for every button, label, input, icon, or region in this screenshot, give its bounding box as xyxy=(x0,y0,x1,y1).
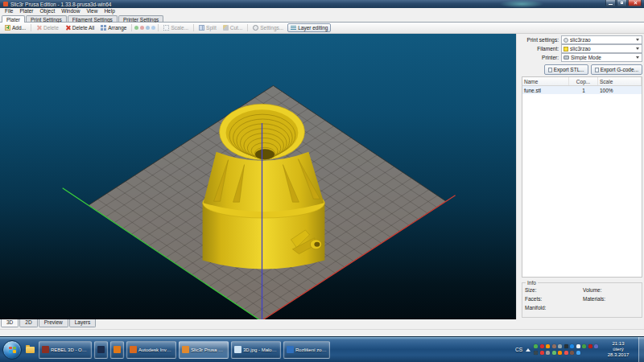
materials-label: Materials: xyxy=(583,296,639,302)
tab-printer-settings[interactable]: Printer Settings xyxy=(118,15,163,22)
arrange-label: Arrange xyxy=(108,25,126,31)
system-tray: CS 21:13 úterý 28.3.2017 xyxy=(515,337,644,362)
table-row[interactable]: fune.stl 1 100% xyxy=(522,86,642,94)
mirror-icon[interactable] xyxy=(151,26,155,30)
tray-icon[interactable] xyxy=(564,351,568,355)
language-indicator[interactable]: CS xyxy=(515,347,522,352)
chevron-down-icon xyxy=(636,47,639,50)
taskbar-button-rebel[interactable]: REBEL 3D - Odeslat o... xyxy=(39,341,92,359)
filament-color-swatch xyxy=(564,47,568,51)
tray-icon[interactable] xyxy=(564,344,568,348)
tray-icon[interactable] xyxy=(558,351,562,355)
settings-button[interactable]: Settings... xyxy=(250,24,286,31)
close-icon[interactable] xyxy=(628,0,642,6)
print-settings-combo[interactable]: slic3rzao xyxy=(561,35,642,44)
tab-3d[interactable]: 3D xyxy=(1,319,19,327)
delete-all-icon xyxy=(65,25,71,31)
tab-2d[interactable]: 2D xyxy=(19,319,37,327)
title-bar[interactable]: Slic3r Prusa Edition - 1.33.8-prusa3d-wi… xyxy=(0,0,644,8)
menu-plater[interactable]: Plater xyxy=(16,8,36,14)
start-button[interactable] xyxy=(2,340,22,360)
maximize-icon[interactable] xyxy=(617,0,627,6)
delete-button[interactable]: Delete xyxy=(34,24,61,31)
taskbar-button-inventor[interactable]: Autodesk Inventor Pr... xyxy=(126,341,176,359)
rotate-ccw-icon[interactable] xyxy=(134,26,138,30)
cut-button[interactable]: Cut... xyxy=(221,24,246,31)
taskbar-button-orange-app[interactable] xyxy=(110,341,124,359)
column-name[interactable]: Name xyxy=(522,77,569,85)
print-settings-label: Print settings: xyxy=(522,37,561,43)
export-stl-button[interactable]: Export STL... xyxy=(544,64,588,75)
windows-taskbar: REBEL 3D - Odeslat o... Autodesk Invento… xyxy=(0,336,644,362)
tray-icon[interactable] xyxy=(594,344,598,348)
printer-combo[interactable]: Simple Mode xyxy=(561,53,642,62)
scale-button[interactable]: Scale... xyxy=(161,24,191,31)
taskbar-clock[interactable]: 21:13 úterý 28.3.2017 xyxy=(601,341,635,358)
tab-preview[interactable]: Preview xyxy=(39,319,68,327)
explorer-folder-icon[interactable] xyxy=(26,347,35,353)
taskbar-label: Slic3r Prusa Edition - ... xyxy=(191,348,225,352)
menu-help[interactable]: Help xyxy=(101,8,118,14)
menu-object[interactable]: Object xyxy=(36,8,58,14)
scale-icon xyxy=(163,25,169,31)
tray-icon[interactable] xyxy=(570,344,574,348)
taskbar-button-slic3r[interactable]: Slic3r Prusa Edition - ... xyxy=(179,341,229,359)
show-hidden-icons-icon[interactable] xyxy=(526,348,530,352)
model-center-hole xyxy=(255,149,275,159)
split-button[interactable]: Split xyxy=(196,24,219,31)
taskbar-button-display-settings[interactable]: Rozlišení zobrazení xyxy=(283,341,330,359)
delete-all-button[interactable]: Delete All xyxy=(63,24,97,31)
tray-icon[interactable] xyxy=(582,344,586,348)
slic3r-icon xyxy=(182,346,189,353)
info-group-title: Info xyxy=(526,280,538,286)
filament-value: slic3rzao xyxy=(570,46,634,51)
show-desktop-button[interactable] xyxy=(638,337,644,362)
tab-print-settings[interactable]: Print Settings xyxy=(26,15,67,22)
viewport-canvas[interactable] xyxy=(0,34,516,319)
tray-icon[interactable] xyxy=(552,344,556,348)
column-copies[interactable]: Cop... xyxy=(569,77,598,85)
cut-icon xyxy=(223,25,229,31)
minimize-icon[interactable] xyxy=(605,0,616,6)
filament-combo[interactable]: slic3rzao xyxy=(561,44,642,53)
menu-bar: File Plater Object Window View Help xyxy=(0,8,644,14)
menu-view[interactable]: View xyxy=(83,8,101,14)
tray-icon[interactable] xyxy=(588,344,592,348)
rotate-icon[interactable] xyxy=(146,26,150,30)
tab-layers[interactable]: Layers xyxy=(69,319,97,327)
tray-icon[interactable] xyxy=(546,351,550,355)
split-label: Split xyxy=(206,25,217,31)
tray-icon[interactable] xyxy=(576,344,580,348)
menu-file[interactable]: File xyxy=(2,8,16,14)
taskbar-label: Autodesk Inventor Pr... xyxy=(138,348,173,352)
tray-icon[interactable] xyxy=(540,351,544,355)
taskbar-button-m-app[interactable] xyxy=(94,341,108,359)
chevron-down-icon xyxy=(636,56,639,59)
tray-icon[interactable] xyxy=(552,351,556,355)
printer-label: Printer: xyxy=(522,55,561,60)
tab-plater[interactable]: Plater xyxy=(2,15,25,23)
column-scale[interactable]: Scale xyxy=(598,77,642,85)
taskbar-button-paint[interactable]: 3D.jpg - Malování xyxy=(231,341,281,359)
tray-icon[interactable] xyxy=(576,351,580,355)
tray-icon[interactable] xyxy=(558,344,562,348)
tray-icon[interactable] xyxy=(534,344,538,348)
rebel-app-icon xyxy=(42,346,49,353)
tray-icon[interactable] xyxy=(570,351,574,355)
export-gcode-button[interactable]: Export G-code... xyxy=(591,64,642,75)
add-button[interactable]: Add... xyxy=(2,24,28,31)
menu-window[interactable]: Window xyxy=(58,8,83,14)
rotate-cw-icon[interactable] xyxy=(140,26,144,30)
tray-icon[interactable] xyxy=(534,351,538,355)
app-icon xyxy=(3,2,8,6)
tray-icon[interactable] xyxy=(540,344,544,348)
tab-filament-settings[interactable]: Filament Settings xyxy=(68,15,118,22)
add-label: Add... xyxy=(12,25,26,31)
arrange-button[interactable]: Arrange xyxy=(98,24,129,31)
layer-editing-toggle[interactable]: Layer editing xyxy=(287,23,331,32)
application-window: Slic3r Prusa Edition - 1.33.8-prusa3d-wi… xyxy=(0,0,644,336)
tray-icon[interactable] xyxy=(546,344,550,348)
3d-viewport[interactable] xyxy=(0,34,516,319)
cut-label: Cut... xyxy=(230,25,243,31)
settings-gear-icon xyxy=(253,25,258,31)
